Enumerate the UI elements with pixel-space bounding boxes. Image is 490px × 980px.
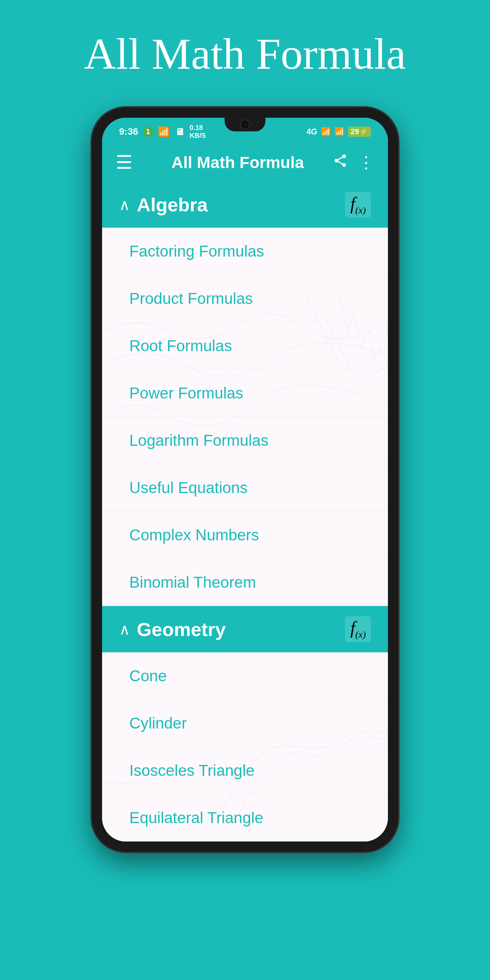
notch xyxy=(224,118,266,131)
geometry-formula-icon: f(x) xyxy=(345,616,371,642)
product-formulas-item[interactable]: Product Formulas xyxy=(102,275,388,322)
phone-frame: 9:36 1 📶 🖥 0.18KB/S 4G 📶 📶 29 ⚡ xyxy=(92,108,398,852)
geometry-chevron-icon: ∧ xyxy=(119,620,130,638)
phone-wrapper: 9:36 1 📶 🖥 0.18KB/S 4G 📶 📶 29 ⚡ xyxy=(92,108,398,852)
equilateral-triangle-item[interactable]: Equilateral Triangle xyxy=(102,794,388,842)
status-bar-right: 4G 📶 📶 29 ⚡ xyxy=(307,127,371,137)
more-options-button[interactable]: ⋮ xyxy=(358,153,374,172)
battery-indicator: 29 ⚡ xyxy=(348,127,371,137)
algebra-section-header[interactable]: ∧ Algebra f(x) xyxy=(102,182,388,228)
algebra-section-title: Algebra xyxy=(137,194,338,216)
complex-numbers-item[interactable]: Complex Numbers xyxy=(102,511,388,559)
app-title: All Math Formula xyxy=(84,27,406,80)
algebra-chevron-icon: ∧ xyxy=(119,196,130,213)
factoring-formulas-item[interactable]: Factoring Formulas xyxy=(102,228,388,275)
network-type: 4G xyxy=(307,127,318,137)
algebra-formula-icon: f(x) xyxy=(345,192,371,218)
cylinder-item[interactable]: Cylinder xyxy=(102,700,388,747)
cone-item[interactable]: Cone xyxy=(102,652,388,700)
wifi-badge: 1 xyxy=(143,127,153,137)
status-time: 9:36 xyxy=(119,126,138,137)
battery-icon: ⚡ xyxy=(359,127,368,136)
binomial-theorem-item[interactable]: Binomial Theorem xyxy=(102,559,388,606)
toolbar-title: All Math Formula xyxy=(143,153,333,172)
camera xyxy=(240,119,250,130)
data-speed: 0.18KB/S xyxy=(189,124,206,140)
algebra-items-container: Factoring Formulas Product Formulas Root… xyxy=(102,228,388,606)
power-formulas-item[interactable]: Power Formulas xyxy=(102,369,388,417)
phone-screen: 9:36 1 📶 🖥 0.18KB/S 4G 📶 📶 29 ⚡ xyxy=(102,118,388,842)
status-bar-left: 9:36 1 📶 🖥 0.18KB/S xyxy=(119,124,206,140)
share-button[interactable] xyxy=(333,153,348,172)
toolbar-icons: ⋮ xyxy=(333,153,374,172)
root-formulas-item[interactable]: Root Formulas xyxy=(102,322,388,369)
signal-icon: 📶 xyxy=(321,127,331,137)
wifi-icon: 📶 xyxy=(158,126,170,137)
geometry-section-header[interactable]: ∧ Geometry f(x) xyxy=(102,606,388,652)
app-toolbar: ☰ All Math Formula ⋮ xyxy=(102,143,388,182)
status-bar: 9:36 1 📶 🖥 0.18KB/S 4G 📶 📶 29 ⚡ xyxy=(102,118,388,143)
battery-level: 29 xyxy=(351,127,359,136)
geometry-items-container: Cone Cylinder Isosceles Triangle Equilat… xyxy=(102,652,388,842)
isosceles-triangle-item[interactable]: Isosceles Triangle xyxy=(102,747,388,794)
signal-bars-icon: 📶 xyxy=(334,127,345,137)
menu-button[interactable]: ☰ xyxy=(116,151,132,173)
geometry-section-title: Geometry xyxy=(137,618,338,640)
content-area: ∧ Algebra f(x) xyxy=(102,182,388,842)
logarithm-formulas-item[interactable]: Logarithm Formulas xyxy=(102,417,388,464)
data-monitor-icon: 🖥 xyxy=(175,126,185,137)
useful-equations-item[interactable]: Useful Equations xyxy=(102,464,388,511)
